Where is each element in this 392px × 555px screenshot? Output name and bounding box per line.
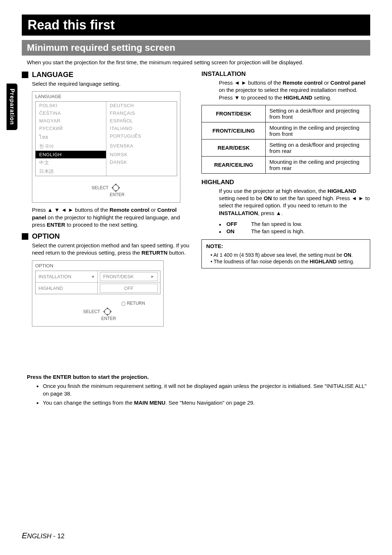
language-instruction: Press ▲ ▼ ◄ ► buttons of the Remote cont…	[32, 206, 191, 228]
svg-marker-2	[115, 191, 117, 192]
install-mode: FRONT/DESK	[202, 105, 266, 122]
language-item: РУССКИЙ	[36, 125, 106, 132]
highland-options: OFFThe fan speed is low. ONThe fan speed…	[219, 220, 370, 235]
block-marker-icon	[22, 233, 28, 240]
highland-heading: HIGHLAND	[201, 179, 370, 186]
language-item: FRANÇAIS	[106, 109, 177, 117]
svg-point-5	[105, 309, 110, 315]
final-list: Once you finish the minimum requirement …	[36, 382, 370, 406]
language-item: ČEŠTINA	[36, 109, 106, 117]
table-row: FRONT/DESKSetting on a desk/floor and pr…	[202, 105, 370, 122]
language-item: ESPAÑOL	[106, 117, 177, 125]
enter-label: ENTER	[54, 192, 180, 197]
language-item: DANSK	[106, 158, 177, 167]
language-item: DEUTSCH	[106, 102, 177, 109]
option-heading: OPTION	[32, 232, 60, 240]
footer-lang: NGLISH	[27, 532, 52, 540]
svg-marker-6	[106, 307, 109, 309]
install-desc: Mounting in the ceiling and projecting f…	[266, 122, 370, 139]
install-desc: Setting on a desk/floor and projecting f…	[266, 139, 370, 156]
install-mode: REAR/CEILING	[202, 156, 266, 173]
dpad-icon	[102, 307, 113, 317]
svg-point-0	[113, 185, 119, 191]
svg-marker-1	[115, 183, 117, 185]
language-item: MAGYAR	[36, 117, 106, 125]
language-item: SVENSKA	[106, 142, 177, 151]
press-enter-heading: Press the ENTER button to start the proj…	[27, 374, 370, 380]
final-bullet: You can change the settings from the MAI…	[36, 399, 370, 406]
table-row: FRONT/CEILINGMounting in the ceiling and…	[202, 122, 370, 139]
language-desc: Select the required language setting.	[32, 80, 191, 88]
language-item: 中文	[36, 158, 106, 167]
language-item: 한국어	[36, 142, 106, 151]
language-item: ITALIANO	[106, 125, 177, 132]
install-mode: REAR/DESK	[202, 139, 266, 156]
language-heading: LANGUAGE	[32, 70, 73, 79]
language-item: NORSK	[106, 151, 177, 158]
dpad-icon	[111, 183, 121, 193]
svg-marker-4	[119, 187, 120, 189]
return-label: RETURN	[127, 301, 145, 306]
left-column: LANGUAGE Select the required language se…	[22, 70, 191, 330]
option-row: HIGHLANDOFF	[36, 283, 160, 294]
language-item: 日本語	[36, 167, 106, 176]
final-bullet: Once you finish the minimum requirement …	[36, 382, 370, 397]
installation-desc: Press ◄ ► buttons of the Remote control …	[219, 79, 370, 101]
svg-marker-3	[111, 187, 113, 189]
option-row: INSTALLATION ◄FRONT/DESK ►	[36, 271, 160, 283]
option-label: INSTALLATION ◄	[36, 271, 98, 282]
option-label: HIGHLAND	[36, 283, 98, 294]
section-heading: Minimum required setting screen	[22, 40, 370, 56]
note-item: The loudness of fan noise depends on the…	[211, 258, 366, 265]
language-item: ENGLIGH	[36, 151, 106, 158]
option-menu: OPTION INSTALLATION ◄FRONT/DESK ►HIGHLAN…	[32, 260, 164, 327]
page-content: Read this first Minimum required setting…	[0, 0, 392, 422]
option-value: OFF	[100, 284, 158, 293]
page-footer: ENGLISH - 12	[22, 531, 65, 540]
note-title: NOTE:	[206, 243, 366, 250]
option-desc: Select the current projection method and…	[32, 242, 191, 257]
table-row: REAR/DESKSetting on a desk/floor and pro…	[202, 139, 370, 156]
installation-table: FRONT/DESKSetting on a desk/floor and pr…	[201, 105, 370, 174]
language-item: PORTUGUÊS	[106, 132, 177, 142]
install-desc: Mounting in the ceiling and projecting f…	[266, 156, 370, 173]
select-label: SELECT	[91, 185, 109, 190]
svg-marker-9	[110, 311, 112, 313]
install-mode: FRONT/CEILING	[202, 122, 266, 139]
language-menu: LANGUAGE POLSKIDEUTSCHČEŠTINAFRANÇAISMAG…	[32, 91, 180, 203]
select-label: SELECT	[83, 309, 100, 314]
table-row: REAR/CEILINGMounting in the ceiling and …	[202, 156, 370, 173]
highland-desc: If you use the projector at high elevati…	[219, 187, 370, 217]
installation-heading: INSTALLATION	[201, 70, 370, 78]
block-marker-icon	[22, 72, 28, 78]
language-menu-title: LANGUAGE	[32, 92, 180, 100]
intro-text: When you start the projection for the fi…	[22, 59, 370, 65]
note-box: NOTE: At 1 400 m (4 593 ft) above sea le…	[201, 239, 370, 268]
language-item: ไทย	[36, 132, 106, 142]
page-title: Read this first	[22, 15, 370, 36]
language-item	[106, 167, 177, 176]
install-desc: Setting on a desk/floor and projecting f…	[266, 105, 370, 122]
note-item: At 1 400 m (4 593 ft) above sea level, t…	[211, 252, 366, 259]
language-item: POLSKI	[36, 102, 106, 109]
svg-marker-8	[103, 311, 105, 313]
right-column: INSTALLATION Press ◄ ► buttons of the Re…	[201, 70, 370, 330]
option-value: FRONT/DESK ►	[100, 272, 158, 281]
option-menu-title: OPTION	[32, 261, 163, 269]
svg-marker-7	[106, 315, 109, 316]
